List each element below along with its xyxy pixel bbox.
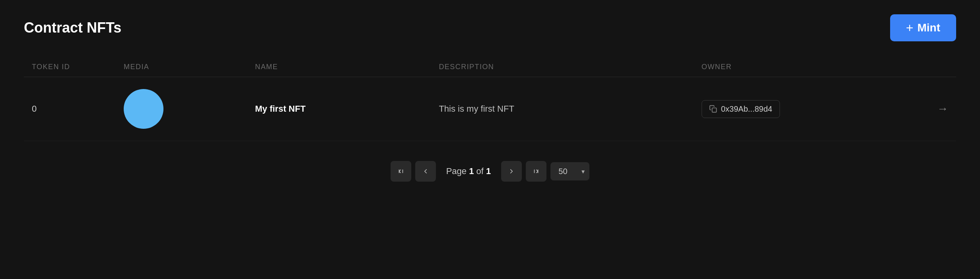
owner-badge[interactable]: 0x39Ab...89d4 (702, 100, 780, 118)
header-row: Contract NFTs + Mint (24, 14, 956, 41)
table-body: 0 My first NFT This is my first NFT (24, 77, 956, 141)
nft-name-label: My first NFT (255, 104, 305, 114)
prev-page-button[interactable] (415, 161, 436, 182)
first-page-button[interactable] (391, 161, 411, 182)
total-pages: 1 (486, 166, 491, 176)
prev-page-icon (422, 168, 429, 175)
page-label: Page (446, 166, 467, 176)
mint-plus-icon: + (906, 21, 914, 34)
col-header-description: DESCRIPTION (431, 57, 693, 77)
per-page-select[interactable]: 10 25 50 100 (550, 162, 589, 180)
last-page-icon (533, 168, 540, 175)
nft-description-text: This is my first NFT (439, 104, 514, 114)
col-header-token-id: TOKEN ID (24, 57, 116, 77)
nft-table: TOKEN ID MEDIA NAME DESCRIPTION OWNER 0 … (24, 57, 956, 141)
table-row: 0 My first NFT This is my first NFT (24, 77, 956, 141)
col-header-action (904, 57, 956, 77)
row-navigate-icon[interactable]: → (912, 103, 948, 115)
of-label: of (476, 166, 484, 176)
per-page-wrapper: 10 25 50 100 ▾ (550, 162, 589, 180)
cell-media (116, 77, 247, 141)
cell-owner: 0x39Ab...89d4 (694, 77, 904, 141)
col-header-name: NAME (247, 57, 431, 77)
col-header-media: MEDIA (116, 57, 247, 77)
cell-description: This is my first NFT (431, 77, 693, 141)
table-header: TOKEN ID MEDIA NAME DESCRIPTION OWNER (24, 57, 956, 77)
first-page-icon (397, 168, 404, 175)
owner-address: 0x39Ab...89d4 (721, 105, 772, 114)
page-title: Contract NFTs (24, 19, 121, 36)
next-page-icon (508, 168, 515, 175)
cell-token-id: 0 (24, 77, 116, 141)
copy-icon (709, 105, 717, 113)
mint-button[interactable]: + Mint (890, 14, 956, 41)
mint-button-label: Mint (917, 21, 940, 34)
cell-name: My first NFT (247, 77, 431, 141)
page-wrapper: Contract NFTs + Mint TOKEN ID MEDIA NAME… (0, 0, 980, 279)
last-page-button[interactable] (526, 161, 546, 182)
svg-rect-0 (712, 108, 716, 112)
media-circle (124, 89, 163, 129)
next-page-button[interactable] (501, 161, 522, 182)
page-info: Page 1 of 1 (440, 166, 498, 176)
col-header-owner: OWNER (694, 57, 904, 77)
current-page: 1 (469, 166, 474, 176)
cell-action: → (904, 77, 956, 141)
pagination-row: Page 1 of 1 10 25 50 100 ▾ (24, 161, 956, 182)
